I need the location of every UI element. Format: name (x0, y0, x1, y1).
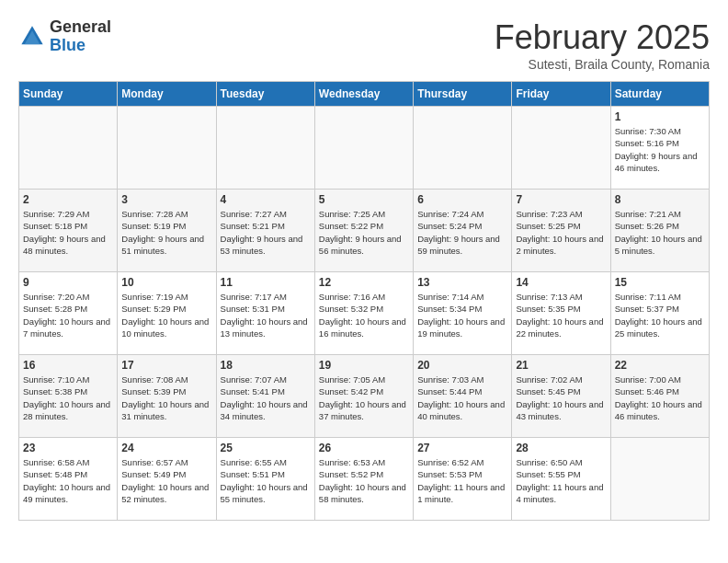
column-header-monday: Monday (118, 82, 216, 107)
day-info: Sunrise: 7:27 AM Sunset: 5:21 PM Dayligh… (221, 208, 311, 257)
calendar-cell: 15Sunrise: 7:11 AM Sunset: 5:37 PM Dayli… (610, 272, 709, 355)
calendar-cell: 21Sunrise: 7:02 AM Sunset: 5:45 PM Dayli… (512, 355, 610, 438)
calendar-cell: 22Sunrise: 7:00 AM Sunset: 5:46 PM Dayli… (610, 355, 709, 438)
day-info: Sunrise: 6:57 AM Sunset: 5:49 PM Dayligh… (121, 456, 211, 505)
month-title: February 2025 (495, 18, 710, 57)
calendar-cell: 8Sunrise: 7:21 AM Sunset: 5:26 PM Daylig… (610, 190, 709, 272)
subtitle: Sutesti, Braila County, Romania (495, 57, 710, 72)
calendar-cell (610, 438, 709, 521)
calendar-cell (118, 107, 216, 190)
day-number: 10 (121, 276, 211, 289)
day-info: Sunrise: 7:13 AM Sunset: 5:35 PM Dayligh… (516, 291, 606, 339)
column-header-saturday: Saturday (610, 82, 709, 107)
day-info: Sunrise: 7:10 AM Sunset: 5:38 PM Dayligh… (23, 373, 113, 422)
day-number: 23 (23, 442, 113, 454)
header: General Blue February 2025 Sutesti, Brai… (18, 18, 710, 72)
day-info: Sunrise: 7:07 AM Sunset: 5:41 PM Dayligh… (221, 373, 311, 422)
calendar-cell: 7Sunrise: 7:23 AM Sunset: 5:25 PM Daylig… (512, 190, 610, 272)
calendar-cell (512, 107, 610, 190)
day-info: Sunrise: 7:30 AM Sunset: 5:16 PM Dayligh… (615, 125, 705, 174)
calendar-cell: 27Sunrise: 6:52 AM Sunset: 5:53 PM Dayli… (414, 438, 512, 521)
day-info: Sunrise: 7:11 AM Sunset: 5:37 PM Dayligh… (615, 291, 705, 339)
day-number: 21 (516, 359, 606, 372)
logo-text: General Blue (50, 18, 111, 55)
day-info: Sunrise: 7:02 AM Sunset: 5:45 PM Dayligh… (516, 373, 606, 422)
day-info: Sunrise: 6:52 AM Sunset: 5:53 PM Dayligh… (417, 456, 507, 505)
day-number: 20 (417, 359, 507, 372)
day-number: 27 (417, 442, 507, 454)
day-info: Sunrise: 7:08 AM Sunset: 5:39 PM Dayligh… (121, 373, 211, 422)
calendar-cell: 6Sunrise: 7:24 AM Sunset: 5:24 PM Daylig… (414, 190, 512, 272)
logo-blue: Blue (50, 36, 85, 54)
calendar-cell: 19Sunrise: 7:05 AM Sunset: 5:42 PM Dayli… (314, 355, 413, 438)
calendar-cell: 1Sunrise: 7:30 AM Sunset: 5:16 PM Daylig… (610, 107, 709, 190)
calendar-cell (414, 107, 512, 190)
column-header-sunday: Sunday (19, 82, 118, 107)
day-number: 3 (121, 193, 211, 206)
day-info: Sunrise: 6:55 AM Sunset: 5:51 PM Dayligh… (221, 456, 311, 505)
day-info: Sunrise: 7:24 AM Sunset: 5:24 PM Dayligh… (417, 208, 507, 257)
day-number: 24 (121, 442, 211, 454)
day-info: Sunrise: 7:29 AM Sunset: 5:18 PM Dayligh… (23, 208, 113, 257)
day-info: Sunrise: 7:16 AM Sunset: 5:32 PM Dayligh… (319, 291, 409, 339)
calendar-cell: 20Sunrise: 7:03 AM Sunset: 5:44 PM Dayli… (414, 355, 512, 438)
day-number: 25 (221, 442, 311, 454)
day-number: 22 (615, 359, 705, 372)
day-number: 19 (319, 359, 409, 372)
calendar-cell: 24Sunrise: 6:57 AM Sunset: 5:49 PM Dayli… (118, 438, 216, 521)
logo-general: General (50, 17, 111, 36)
calendar-cell: 18Sunrise: 7:07 AM Sunset: 5:41 PM Dayli… (216, 355, 314, 438)
day-info: Sunrise: 6:58 AM Sunset: 5:48 PM Dayligh… (23, 456, 113, 505)
calendar-cell: 28Sunrise: 6:50 AM Sunset: 5:55 PM Dayli… (512, 438, 610, 521)
day-number: 5 (319, 193, 409, 206)
day-number: 9 (23, 276, 113, 289)
day-info: Sunrise: 7:17 AM Sunset: 5:31 PM Dayligh… (221, 291, 311, 339)
day-info: Sunrise: 7:19 AM Sunset: 5:29 PM Dayligh… (121, 291, 211, 339)
calendar-cell: 17Sunrise: 7:08 AM Sunset: 5:39 PM Dayli… (118, 355, 216, 438)
day-number: 4 (221, 193, 311, 206)
day-info: Sunrise: 7:05 AM Sunset: 5:42 PM Dayligh… (319, 373, 409, 422)
calendar-cell: 16Sunrise: 7:10 AM Sunset: 5:38 PM Dayli… (19, 355, 118, 438)
day-number: 11 (221, 276, 311, 289)
day-info: Sunrise: 7:00 AM Sunset: 5:46 PM Dayligh… (615, 373, 705, 422)
calendar-cell: 25Sunrise: 6:55 AM Sunset: 5:51 PM Dayli… (216, 438, 314, 521)
day-info: Sunrise: 6:53 AM Sunset: 5:52 PM Dayligh… (319, 456, 409, 505)
day-number: 18 (221, 359, 311, 372)
day-info: Sunrise: 7:20 AM Sunset: 5:28 PM Dayligh… (23, 291, 113, 339)
logo: General Blue (18, 18, 111, 55)
day-number: 7 (516, 193, 606, 206)
title-area: February 2025 Sutesti, Braila County, Ro… (495, 18, 710, 72)
calendar-cell: 2Sunrise: 7:29 AM Sunset: 5:18 PM Daylig… (19, 190, 118, 272)
day-number: 28 (516, 442, 606, 454)
calendar-cell (216, 107, 314, 190)
day-number: 1 (615, 110, 705, 123)
day-number: 26 (319, 442, 409, 454)
logo-icon (18, 23, 46, 51)
calendar-table: SundayMondayTuesdayWednesdayThursdayFrid… (18, 81, 710, 521)
day-info: Sunrise: 7:03 AM Sunset: 5:44 PM Dayligh… (417, 373, 507, 422)
day-number: 12 (319, 276, 409, 289)
calendar-cell: 10Sunrise: 7:19 AM Sunset: 5:29 PM Dayli… (118, 272, 216, 355)
day-info: Sunrise: 7:21 AM Sunset: 5:26 PM Dayligh… (615, 208, 705, 257)
calendar-cell: 13Sunrise: 7:14 AM Sunset: 5:34 PM Dayli… (414, 272, 512, 355)
day-info: Sunrise: 7:14 AM Sunset: 5:34 PM Dayligh… (417, 291, 507, 339)
day-number: 16 (23, 359, 113, 372)
day-number: 17 (121, 359, 211, 372)
day-number: 15 (615, 276, 705, 289)
day-info: Sunrise: 6:50 AM Sunset: 5:55 PM Dayligh… (516, 456, 606, 505)
calendar-cell (314, 107, 413, 190)
day-info: Sunrise: 7:28 AM Sunset: 5:19 PM Dayligh… (121, 208, 211, 257)
day-number: 14 (516, 276, 606, 289)
calendar-cell: 12Sunrise: 7:16 AM Sunset: 5:32 PM Dayli… (314, 272, 413, 355)
column-header-friday: Friday (512, 82, 610, 107)
column-header-thursday: Thursday (414, 82, 512, 107)
calendar-cell: 5Sunrise: 7:25 AM Sunset: 5:22 PM Daylig… (314, 190, 413, 272)
calendar-cell (19, 107, 118, 190)
day-number: 2 (23, 193, 113, 206)
calendar-cell: 11Sunrise: 7:17 AM Sunset: 5:31 PM Dayli… (216, 272, 314, 355)
calendar-cell: 14Sunrise: 7:13 AM Sunset: 5:35 PM Dayli… (512, 272, 610, 355)
day-number: 8 (615, 193, 705, 206)
column-header-wednesday: Wednesday (314, 82, 413, 107)
day-info: Sunrise: 7:25 AM Sunset: 5:22 PM Dayligh… (319, 208, 409, 257)
calendar-cell: 26Sunrise: 6:53 AM Sunset: 5:52 PM Dayli… (314, 438, 413, 521)
